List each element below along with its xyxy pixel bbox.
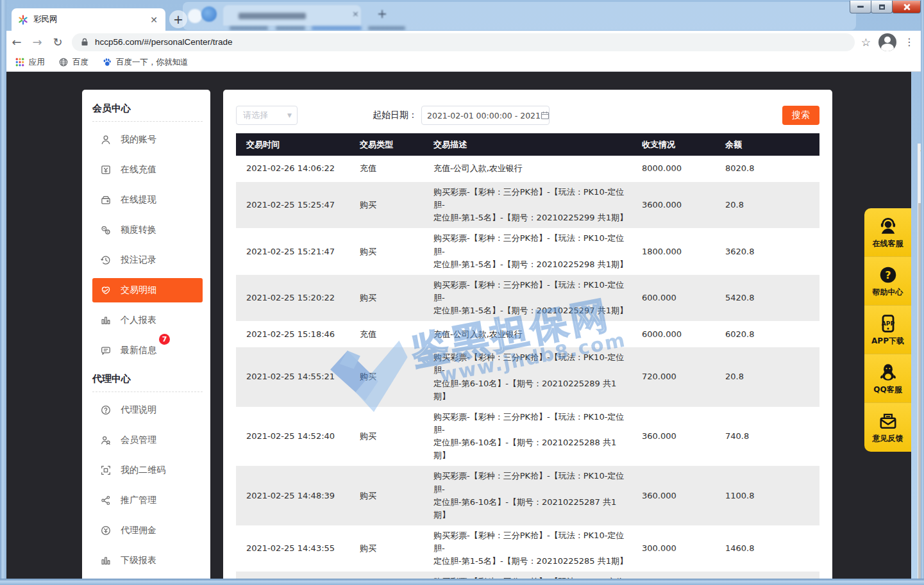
cell-desc: 购买彩票-【彩种：三分PK拾】-【玩法：PK10-定位胆-定位胆-第1-5名】-… xyxy=(423,275,632,321)
float-app-button[interactable]: APPAPP下载 xyxy=(864,306,911,354)
sidebar-section: 会员中心我的账号在线充值在线提现额度转换投注记录交易明细个人报表最新信息7 xyxy=(92,101,203,363)
sidebar-item-promotion-management[interactable]: 推广管理 xyxy=(92,488,203,513)
sidebar-item-agent-commission[interactable]: 代理佣金 xyxy=(92,518,203,543)
sidebar-item-label: 在线充值 xyxy=(121,164,156,176)
sidebar-item-label: 交易明细 xyxy=(121,284,156,296)
service-icon xyxy=(878,216,898,236)
sidebar-item-label: 我的账号 xyxy=(121,134,156,145)
cell-desc: 购买彩票-【彩种：三分PK拾】-【玩法：PK10-定位胆-定位胆-第6-10名】… xyxy=(423,466,632,525)
reload-icon[interactable]: ↻ xyxy=(47,35,68,49)
commission-icon xyxy=(100,525,112,536)
bookmark-baidu-search[interactable]: 百度一下，你就知道 xyxy=(103,57,189,68)
sidebar-item-label: 下级报表 xyxy=(121,555,156,566)
date-range-input[interactable]: 2021-02-01 00:00:00 - 2021 xyxy=(421,106,550,125)
sidebar-sections: 会员中心我的账号在线充值在线提现额度转换投注记录交易明细个人报表最新信息7代理中… xyxy=(92,101,203,573)
trade-table: 交易时间交易类型交易描述收支情况余额 2021-02-26 14:06:22充值… xyxy=(236,133,819,585)
bookmark-label: 百度一下，你就知道 xyxy=(116,57,189,68)
sidebar-item-online-withdraw[interactable]: 在线提现 xyxy=(92,188,203,212)
sidebar-item-sub-report[interactable]: 下级报表 xyxy=(92,548,203,573)
cell-amount: 8000.000 xyxy=(632,156,715,182)
background-bookmark xyxy=(276,26,305,30)
sidebar-item-my-qrcode[interactable]: 我的二维码 xyxy=(92,458,203,482)
cell-amount: 600.000 xyxy=(632,275,715,321)
back-icon[interactable]: ← xyxy=(6,35,27,49)
sidebar-item-bet-records[interactable]: 投注记录 xyxy=(92,248,203,272)
table-row: 2021-02-25 14:48:39购买购买彩票-【彩种：三分PK拾】-【玩法… xyxy=(236,466,819,525)
cell-time: 2021-02-25 15:20:22 xyxy=(236,275,349,321)
table-row: 2021-02-25 15:25:47购买购买彩票-【彩种：三分PK拾】-【玩法… xyxy=(236,182,819,228)
app-icon: APP xyxy=(878,313,898,334)
address-bar[interactable]: hccp56.com/#/personalCenter/trade xyxy=(72,33,855,51)
background-window-tab-text xyxy=(239,13,306,19)
bookmark-baidu[interactable]: 百度 xyxy=(59,57,88,68)
sidebar-section: 代理中心代理说明会员管理我的二维码推广管理代理佣金下级报表 xyxy=(92,372,203,573)
sidebar-item-latest-news[interactable]: 最新信息7 xyxy=(92,338,203,363)
menu-dots-icon[interactable]: ⋮ xyxy=(904,36,914,48)
favicon-star-icon xyxy=(18,15,28,25)
window-border xyxy=(0,0,6,585)
sidebar-item-member-management[interactable]: 会员管理 xyxy=(92,428,203,452)
browser-tab[interactable]: 彩民网 ✕ xyxy=(12,8,165,31)
calendar-icon xyxy=(541,111,550,120)
qq-icon xyxy=(878,362,898,383)
forward-icon[interactable]: → xyxy=(27,35,47,49)
bookmark-apps[interactable]: 应用 xyxy=(15,57,45,68)
sidebar-item-label: 在线提现 xyxy=(121,194,156,206)
cell-balance: 20.8 xyxy=(715,347,819,407)
cell-time: 2021-02-26 14:06:22 xyxy=(236,156,349,182)
date-value: 2021-02-01 00:00:00 - 2021 xyxy=(427,111,541,120)
cell-balance: 740.8 xyxy=(715,407,819,466)
cell-amount: 1800.000 xyxy=(632,228,715,274)
sidebar-item-quota-convert[interactable]: 额度转换 xyxy=(92,218,203,242)
table-row: 2021-02-25 14:52:40购买购买彩票-【彩种：三分PK拾】-【玩法… xyxy=(236,407,819,466)
sidebar-item-online-recharge[interactable]: 在线充值 xyxy=(92,158,203,182)
window-controls xyxy=(850,1,921,13)
question-icon xyxy=(100,404,112,416)
bookmarks-bar: 应用 百度 百度一下，你就知道 xyxy=(6,53,921,72)
minimize-button[interactable] xyxy=(850,1,871,13)
sidebar-item-trade-detail[interactable]: 交易明细 xyxy=(92,278,203,302)
background-bookmark xyxy=(230,26,268,30)
sidebar-item-personal-report[interactable]: 个人报表 xyxy=(92,308,203,333)
table-row: 2021-02-25 15:21:47购买购买彩票-【彩种：三分PK拾】-【玩法… xyxy=(236,228,819,274)
cell-amount: 360.000 xyxy=(632,466,715,525)
floating-service-bar: 在线客服?帮助中心APPAPP下载QQ客服意见反馈 xyxy=(864,208,911,452)
close-button[interactable] xyxy=(892,1,921,13)
chevron-down-icon: ▼ xyxy=(287,112,292,119)
float-help-button[interactable]: ?帮助中心 xyxy=(864,257,911,306)
browser-window: × + 彩民网 ✕ + ← → xyxy=(0,0,924,585)
withdraw-icon xyxy=(100,194,112,206)
window-border xyxy=(921,0,924,585)
sidebar-item-agent-instructions[interactable]: 代理说明 xyxy=(92,398,203,422)
profile-avatar[interactable] xyxy=(878,33,896,51)
type-select[interactable]: 请选择 ▼ xyxy=(236,106,298,125)
cell-desc: 购买彩票-【彩种：三分PK拾】-【玩法：PK10-定位胆-定位胆-第6-10名】… xyxy=(423,347,632,407)
float-qq-button[interactable]: QQ客服 xyxy=(864,354,911,403)
cell-time: 2021-02-25 14:48:39 xyxy=(236,466,349,525)
maximize-button[interactable] xyxy=(871,1,893,13)
cell-amount: 300.000 xyxy=(632,525,715,572)
bookmark-label: 应用 xyxy=(29,57,45,68)
float-feedback-button[interactable]: 意见反馈 xyxy=(864,403,911,452)
user-icon xyxy=(100,134,112,145)
cell-time: 2021-02-25 15:25:47 xyxy=(236,182,349,228)
cell-desc: 购买彩票-【彩种：三分PK拾】-【玩法：PK10-定位胆-定位胆-第1-5名】-… xyxy=(423,182,632,228)
bookmark-star-icon[interactable]: ☆ xyxy=(861,36,871,49)
sidebar-item-my-account[interactable]: 我的账号 xyxy=(92,128,203,152)
column-header: 余额 xyxy=(715,133,819,156)
background-bookmark xyxy=(312,26,362,30)
sidebar-item-label: 会员管理 xyxy=(121,434,156,446)
new-tab-button[interactable]: + xyxy=(169,10,187,28)
convert-icon xyxy=(100,224,112,236)
cell-balance: 6020.8 xyxy=(715,321,819,347)
cell-time: 2021-02-25 15:18:46 xyxy=(236,321,349,347)
cell-desc: 购买彩票-【彩种：三分PK拾】-【玩法：PK10-定位胆-定位胆-第6-10名】… xyxy=(423,407,632,466)
float-service-button[interactable]: 在线客服 xyxy=(864,208,911,257)
search-button[interactable]: 搜索 xyxy=(782,106,819,125)
window-border xyxy=(0,579,924,585)
column-header: 交易类型 xyxy=(349,133,423,156)
cell-balance: 1100.8 xyxy=(715,466,819,525)
cell-balance: 3620.8 xyxy=(715,228,819,274)
tab-close-icon[interactable]: ✕ xyxy=(149,15,159,25)
url-text: hccp56.com/#/personalCenter/trade xyxy=(95,37,233,47)
